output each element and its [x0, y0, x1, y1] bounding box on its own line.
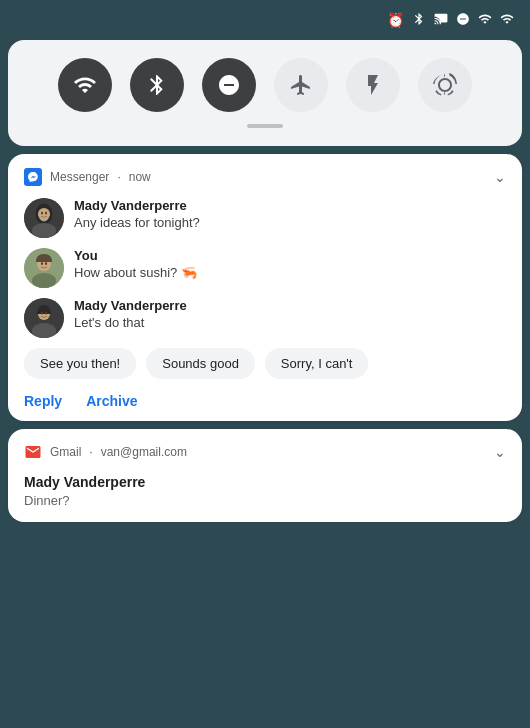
notif-time: now [129, 170, 151, 184]
messenger-app-name: Messenger [50, 170, 109, 184]
wifi-toggle[interactable] [58, 58, 112, 112]
quick-replies: See you then! Sounds good Sorry, I can't [24, 348, 506, 379]
msg-text-2: How about sushi? 🦐 [74, 265, 197, 280]
dnd-status-icon [456, 12, 470, 29]
quick-reply-sounds-good[interactable]: Sounds good [146, 348, 255, 379]
msg-text-1: Any ideas for tonight? [74, 215, 200, 230]
gmail-app-icon [24, 443, 42, 461]
notif-actions: Reply Archive [24, 391, 506, 409]
msg-sender-3: Mady Vanderperre [74, 298, 187, 313]
wifi-status-icon [478, 12, 492, 29]
cast-icon [434, 12, 448, 29]
quick-settings-panel [8, 40, 522, 146]
reply-button[interactable]: Reply [24, 393, 62, 409]
msg-sender-1: Mady Vanderperre [74, 198, 200, 213]
quick-reply-see-you[interactable]: See you then! [24, 348, 136, 379]
svg-point-12 [45, 262, 47, 265]
signal-icon [500, 12, 514, 29]
bluetooth-status-icon [412, 12, 426, 29]
rotate-toggle[interactable] [418, 58, 472, 112]
notifications-container: Messenger · now ⌄ [8, 154, 522, 522]
gmail-notif-header: Gmail · van@gmail.com ⌄ [24, 443, 506, 461]
message-row-1: Mady Vanderperre Any ideas for tonight? [24, 198, 506, 238]
you-avatar [24, 248, 64, 288]
message-content-3: Mady Vanderperre Let's do that [74, 298, 187, 330]
message-row-3: Mady Vanderperre Let's do that [24, 298, 506, 338]
messenger-notification: Messenger · now ⌄ [8, 154, 522, 421]
svg-point-6 [41, 212, 43, 215]
dnd-toggle[interactable] [202, 58, 256, 112]
message-row-2: You How about sushi? 🦐 [24, 248, 506, 288]
notif-expand-icon[interactable]: ⌄ [494, 169, 506, 185]
gmail-account: van@gmail.com [101, 445, 187, 459]
svg-point-16 [41, 312, 43, 315]
svg-point-7 [45, 212, 47, 215]
quick-settings-buttons [32, 58, 498, 112]
msg-text-3: Let's do that [74, 315, 187, 330]
gmail-separator: · [89, 445, 92, 459]
gmail-app-name: Gmail [50, 445, 81, 459]
airplane-toggle[interactable] [274, 58, 328, 112]
alarm-icon: ⏰ [387, 12, 404, 28]
status-bar: ⏰ [0, 0, 530, 40]
message-content-2: You How about sushi? 🦐 [74, 248, 197, 280]
svg-point-17 [45, 312, 47, 315]
gmail-sender: Mady Vanderperre [24, 473, 506, 491]
notif-separator: · [117, 170, 120, 184]
gmail-subject: Dinner? [24, 493, 506, 508]
notif-header: Messenger · now ⌄ [24, 168, 506, 186]
drag-handle [247, 124, 283, 128]
archive-button[interactable]: Archive [86, 393, 137, 409]
mady-avatar-2 [24, 298, 64, 338]
svg-point-5 [38, 208, 50, 220]
messenger-app-icon [24, 168, 42, 186]
flashlight-toggle[interactable] [346, 58, 400, 112]
gmail-notification: Gmail · van@gmail.com ⌄ Mady Vanderperre… [8, 429, 522, 522]
message-content-1: Mady Vanderperre Any ideas for tonight? [74, 198, 200, 230]
svg-point-11 [41, 262, 43, 265]
gmail-expand-icon[interactable]: ⌄ [494, 444, 506, 460]
msg-sender-2: You [74, 248, 197, 263]
mady-avatar-1 [24, 198, 64, 238]
bluetooth-toggle[interactable] [130, 58, 184, 112]
quick-reply-sorry[interactable]: Sorry, I can't [265, 348, 369, 379]
